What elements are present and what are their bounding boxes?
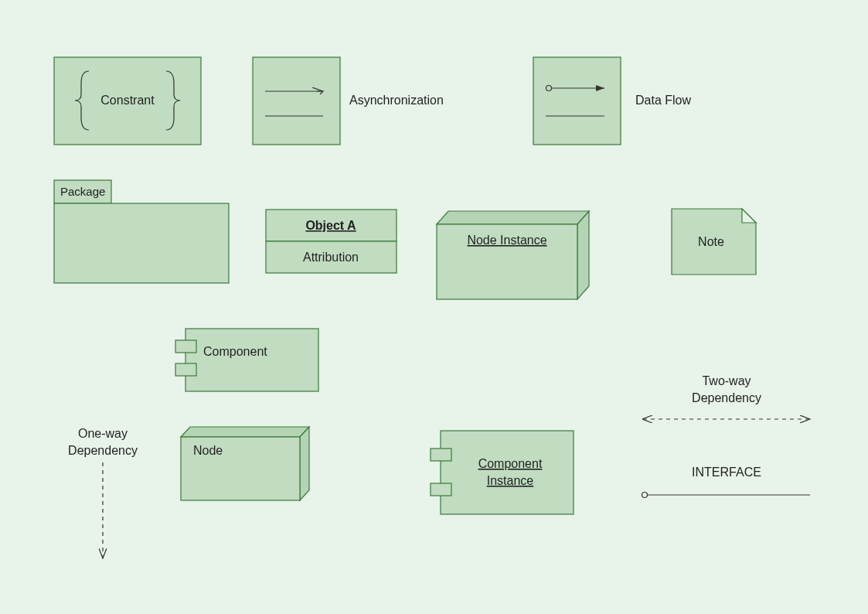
svg-marker-14 xyxy=(577,211,589,299)
svg-rect-18 xyxy=(186,329,318,391)
package-symbol: Package xyxy=(54,180,229,283)
svg-marker-23 xyxy=(300,427,309,500)
svg-marker-22 xyxy=(181,427,309,437)
two-way-dependency-symbol: Two-way Dependency xyxy=(643,374,810,419)
svg-rect-10 xyxy=(54,203,229,283)
component-instance-line1: Component xyxy=(478,457,543,470)
object-symbol: Object A Attribution xyxy=(266,210,397,273)
dataflow-label: Data Flow xyxy=(635,94,691,107)
constraint-label: Constrant xyxy=(100,94,155,107)
async-symbol: Asynchronization xyxy=(253,57,444,145)
node-instance-symbol: Node Instance xyxy=(437,211,589,299)
component-instance-line2: Instance xyxy=(487,474,534,487)
svg-rect-20 xyxy=(175,363,196,376)
interface-label: INTERFACE xyxy=(692,466,761,479)
note-label: Note xyxy=(698,235,724,248)
node-symbol: Node xyxy=(181,427,309,500)
component-label: Component xyxy=(203,345,267,358)
component-symbol: Component xyxy=(175,329,318,391)
object-attr: Attribution xyxy=(303,251,359,264)
svg-rect-26 xyxy=(431,449,451,461)
one-way-line1: One-way xyxy=(78,427,128,440)
uml-notation-diagram: Constrant Asynchronization Data Flow Pac… xyxy=(0,0,868,614)
object-title: Object A xyxy=(305,219,356,232)
svg-rect-25 xyxy=(441,431,574,514)
two-way-line2: Dependency xyxy=(692,391,761,404)
svg-marker-13 xyxy=(437,211,589,224)
svg-rect-19 xyxy=(175,340,196,353)
svg-rect-6 xyxy=(533,57,621,145)
svg-rect-27 xyxy=(431,483,451,496)
svg-rect-3 xyxy=(253,57,340,145)
package-label: Package xyxy=(60,185,105,198)
one-way-dependency-symbol: One-way Dependency xyxy=(68,427,138,558)
async-label: Asynchronization xyxy=(349,94,444,107)
node-label: Node xyxy=(193,444,223,457)
two-way-line1: Two-way xyxy=(702,374,751,387)
constraint-symbol: Constrant xyxy=(54,57,201,145)
node-instance-label: Node Instance xyxy=(467,234,546,247)
one-way-line2: Dependency xyxy=(68,444,138,457)
dataflow-symbol: Data Flow xyxy=(533,57,691,145)
interface-symbol: INTERFACE xyxy=(645,466,810,495)
svg-marker-17 xyxy=(742,209,756,223)
component-instance-symbol: Component Instance xyxy=(431,431,574,514)
note-symbol: Note xyxy=(672,209,756,275)
